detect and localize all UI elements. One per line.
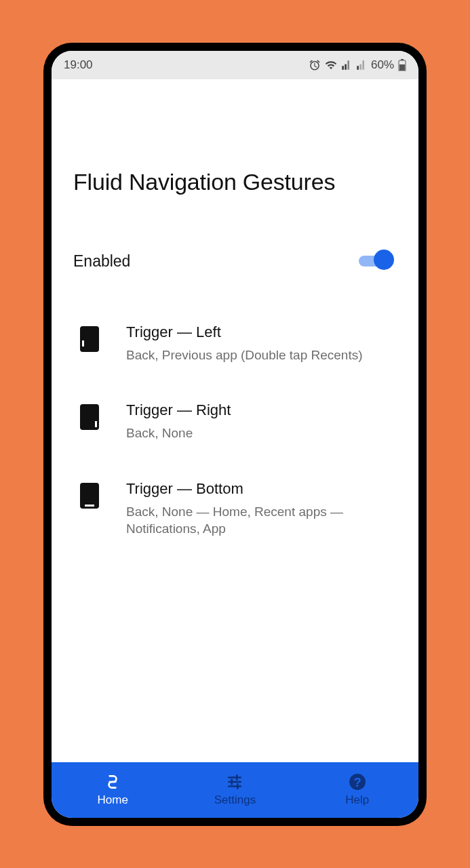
trigger-item-left[interactable]: Trigger — Left Back, Previous app (Doubl…: [80, 323, 390, 364]
wifi-icon: [325, 59, 337, 71]
page-title: Fluid Navigation Gestures: [73, 169, 397, 195]
trigger-item-right[interactable]: Trigger — Right Back, None: [80, 401, 390, 442]
nav-label: Home: [97, 793, 128, 807]
trigger-item-bottom[interactable]: Trigger — Bottom Back, None — Home, Rece…: [80, 480, 390, 538]
enabled-label: Enabled: [73, 252, 130, 271]
settings-icon: [226, 773, 243, 791]
signal-icon-2: [356, 60, 367, 71]
trigger-subtitle: Back, None — Home, Recent apps — Notific…: [126, 503, 390, 538]
trigger-title: Trigger — Right: [126, 401, 390, 419]
svg-text:?: ?: [353, 774, 361, 789]
signal-icon-1: [341, 60, 352, 71]
status-bar: 19:00 60%: [52, 51, 418, 79]
nav-settings[interactable]: Settings: [174, 762, 296, 818]
enabled-row[interactable]: Enabled: [73, 252, 397, 271]
trigger-subtitle: Back, Previous app (Double tap Recents): [126, 347, 390, 364]
nav-home[interactable]: Home: [52, 762, 174, 818]
trigger-title: Trigger — Bottom: [126, 480, 390, 498]
battery-icon: [398, 59, 406, 71]
phone-bottom-icon: [80, 483, 99, 509]
enabled-toggle[interactable]: [359, 254, 393, 268]
trigger-list: Trigger — Left Back, Previous app (Doubl…: [73, 323, 397, 538]
svg-rect-2: [399, 64, 405, 71]
phone-left-icon: [80, 326, 99, 352]
battery-percent: 60%: [371, 58, 394, 72]
phone-right-icon: [80, 404, 99, 430]
status-time: 19:00: [64, 58, 93, 72]
alarm-icon: [309, 59, 321, 71]
main-content: Fluid Navigation Gestures Enabled Trigge…: [52, 79, 418, 762]
toggle-thumb: [374, 250, 394, 270]
trigger-subtitle: Back, None: [126, 425, 390, 442]
nav-label: Help: [345, 793, 369, 807]
help-icon: ?: [349, 773, 366, 791]
trigger-text: Trigger — Right Back, None: [126, 401, 390, 442]
device-frame: 19:00 60% F: [43, 43, 427, 826]
screen: 19:00 60% F: [52, 51, 418, 818]
status-icons: 60%: [309, 58, 406, 72]
home-icon: [104, 773, 121, 791]
trigger-text: Trigger — Left Back, Previous app (Doubl…: [126, 323, 390, 364]
trigger-text: Trigger — Bottom Back, None — Home, Rece…: [126, 480, 390, 538]
trigger-title: Trigger — Left: [126, 323, 390, 341]
nav-label: Settings: [214, 793, 256, 807]
bottom-nav: Home Settings ? Help: [52, 762, 418, 818]
nav-help[interactable]: ? Help: [296, 762, 418, 818]
